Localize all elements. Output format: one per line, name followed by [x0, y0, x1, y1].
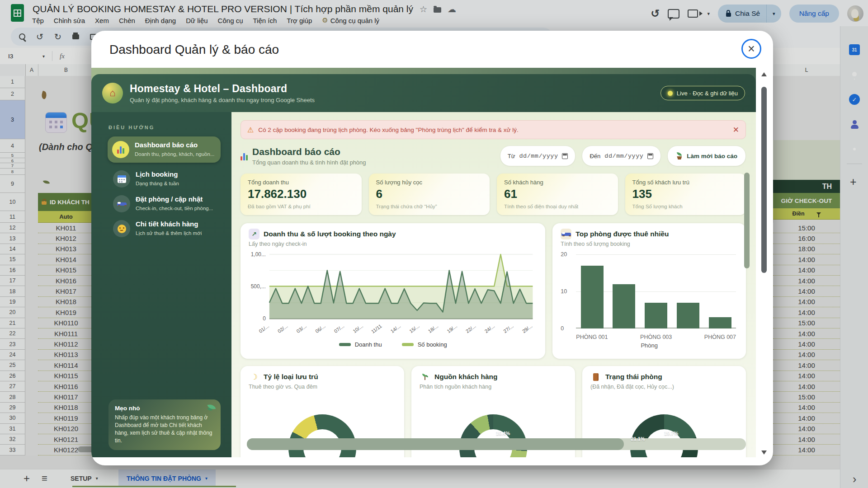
bar-plot-area [576, 254, 736, 328]
svg-text:02/...: 02/... [277, 323, 289, 334]
svg-text:10/...: 10/... [352, 323, 364, 334]
bar-chart-card: Top phòng được thuê nhiều Tính theo số l… [552, 223, 746, 359]
live-status-badge: Live · Đọc & ghi dữ liệu [660, 86, 745, 100]
alert-close-icon[interactable]: ✕ [733, 125, 739, 135]
svg-text:500,...: 500,... [251, 283, 266, 290]
legend-item: Số booking [402, 341, 447, 348]
svg-text:18/...: 18/... [427, 323, 439, 334]
stat-card-3: Tổng số khách lưu trú135Tổng Số lượng kh… [625, 174, 746, 215]
stat-value: 61 [504, 187, 611, 201]
legend-label: Số booking [418, 341, 447, 348]
smiley-icon [113, 220, 130, 237]
dialog-scrollbar[interactable] [760, 69, 768, 458]
dialog-scroll-thumb[interactable] [761, 87, 767, 273]
line-chart-subtitle: Lấy theo ngày check-in [249, 241, 537, 247]
seedling-icon [420, 371, 430, 382]
donut-chart: 16.4% [459, 414, 527, 457]
stat-value: 17.862.130 [248, 187, 354, 201]
stat-cards: Tổng doanh thu17.862.130Đã bao gồm VAT &… [241, 174, 746, 215]
line-chart-legend: Doanh thuSố booking [249, 341, 537, 348]
close-icon: × [748, 43, 755, 55]
donut-title: Nguồn khách hàng [434, 373, 498, 381]
donut-title: Tỷ lệ loại lưu trú [264, 373, 318, 381]
bar [677, 303, 699, 328]
stat-card-1: Số lượng hủy cọc6Trạng thái chứa chữ “Hủ… [369, 174, 490, 215]
stat-value: 6 [376, 187, 483, 201]
dashboard-hscrollbar[interactable] [247, 438, 746, 450]
nav-item-title: Lịch booking [136, 170, 179, 179]
dashboard-vscroll-thumb[interactable] [744, 173, 750, 268]
line-chart-card: ↗ Doanh thu & số lượt booking theo ngày … [241, 223, 545, 359]
alert-text: Có 2 cặp booking đang trùng lịch phòng. … [258, 127, 518, 133]
hscroll-thumb[interactable] [247, 438, 624, 450]
collapse-panel-chevron-icon[interactable]: › [853, 473, 856, 486]
bar-chart-subtitle: Tính theo số lượng booking [561, 241, 738, 247]
refresh-label: Làm mới báo cáo [687, 153, 737, 160]
legend-swatch [339, 343, 351, 346]
dialog-title: Dashboard Quản lý & báo cáo [109, 42, 279, 57]
chart-bars-icon [241, 153, 248, 160]
bar-chart-title: Top phòng được thuê nhiều [576, 230, 669, 238]
donut-chart: 19.7%21.1% [630, 414, 698, 457]
svg-text:14/...: 14/... [390, 323, 402, 334]
line-chart-icon: ↗ [249, 229, 259, 239]
donut-subtitle: Thuê theo giờ vs. Qua đêm [249, 384, 396, 390]
svg-text:29/...: 29/... [521, 323, 533, 334]
svg-text:27/...: 27/... [502, 323, 514, 334]
stat-label: Số lượng hủy cọc [376, 179, 483, 186]
bed-icon [561, 229, 571, 239]
date-from-input[interactable]: Từ dd/mm/yyyy [500, 145, 576, 166]
nav-item-title: Đặt phòng / cập nhật [136, 195, 213, 204]
tip-card: Mẹo nhỏ Nhấp đúp vào một khách trong bản… [108, 399, 221, 450]
stat-subtitle: Trạng thái chứa chữ “Hủy” [376, 204, 483, 209]
nav-item-title: Dashboard báo cáo [135, 141, 214, 150]
conflict-alert: ⚠ Có 2 cặp booking đang trùng lịch phòng… [241, 120, 746, 139]
nav-item-subtitle: Dạng tháng & tuần [136, 180, 179, 187]
svg-text:01/...: 01/... [258, 323, 270, 334]
donut-percent-label: 16.4% [496, 431, 510, 436]
line-chart: 1,00...500,...001/...02/...03/...06/...0… [249, 249, 537, 341]
bar-y-tick: 0 [561, 325, 564, 332]
svg-text:11/11: 11/11 [370, 323, 383, 334]
nav-item-0[interactable]: Dashboard báo cáoDoanh thu, phòng, khách… [108, 136, 221, 163]
refresh-report-button[interactable]: Làm mới báo cáo [667, 145, 746, 166]
svg-text:15/...: 15/... [408, 323, 420, 334]
bar [645, 303, 667, 328]
stat-subtitle: Tổng Số lượng khách [632, 204, 739, 209]
tip-title: Mẹo nhỏ [115, 405, 214, 412]
nav-item-subtitle: Lịch sử thuê & thêm lịch mới [136, 230, 202, 237]
stat-label: Số khách hàng [504, 179, 611, 186]
donut-subtitle: (Đã nhận, Đã đặt cọc, Hủy cọc...) [590, 384, 738, 390]
nav-item-1[interactable]: Lịch bookingDạng tháng & tuần [108, 170, 221, 188]
svg-text:0: 0 [263, 315, 266, 322]
calendar-icon[interactable] [562, 153, 568, 159]
svg-text:1,00...: 1,00... [251, 251, 266, 258]
stat-card-2: Số khách hàng61Tính theo số điện thoại d… [497, 174, 618, 215]
dashboard-content: ⚠ Có 2 cặp booking đang trùng lịch phòng… [231, 112, 756, 457]
bar [613, 284, 635, 328]
bar-x-label: PHÒNG 003 [640, 334, 672, 340]
dashboard-dialog: Dashboard Quản lý & báo cáo × ⌂ Homestay… [91, 31, 773, 465]
date-to-input[interactable]: Đến dd/mm/yyyy [582, 145, 661, 166]
donut-subtitle: Phân tích nguồn khách hàng [420, 384, 567, 390]
line-chart-title: Doanh thu & số lượt booking theo ngày [264, 230, 396, 238]
potted-plant-icon [676, 152, 683, 160]
calendar-icon[interactable] [647, 153, 653, 159]
nav-caption: ĐIỀU HƯỚNG [108, 125, 221, 130]
close-button[interactable]: × [741, 39, 761, 59]
svg-text:03/...: 03/... [295, 323, 307, 334]
nav-item-3[interactable]: Chi tiết khách hàngLịch sử thuê & thêm l… [108, 220, 221, 237]
nav-item-2[interactable]: Đặt phòng / cập nhậtCheck-in, check-out,… [108, 195, 221, 212]
dashboard-title: Homestay & Hotel – Dashboard [130, 83, 315, 95]
stat-label: Tổng doanh thu [248, 179, 354, 186]
legend-swatch [402, 343, 414, 346]
section-title: Dashboard báo cáo [252, 146, 366, 157]
date-from-label: Từ [508, 153, 515, 160]
stat-card-0: Tổng doanh thu17.862.130Đã bao gồm VAT &… [241, 174, 362, 215]
svg-text:22/...: 22/... [465, 323, 477, 334]
bar-y-tick: 10 [561, 288, 567, 295]
stat-subtitle: Tính theo số điện thoại duy nhất [504, 204, 611, 209]
scroll-up-icon[interactable] [761, 70, 767, 76]
warning-icon: ⚠ [247, 126, 254, 134]
scroll-down-icon[interactable] [761, 450, 767, 457]
